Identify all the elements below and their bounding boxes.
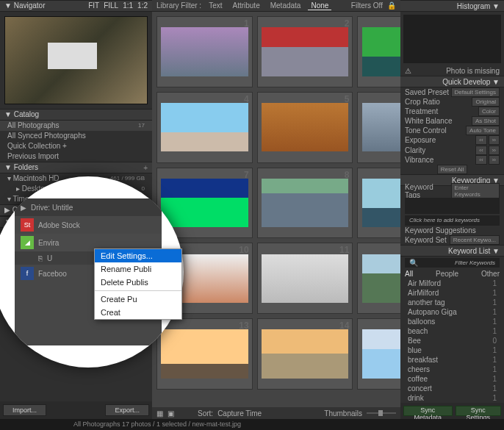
reset-all-button[interactable]: Reset All — [437, 165, 468, 174]
keyword-filter-input[interactable]: Filter Keywords — [455, 259, 495, 266]
treatment-button[interactable]: Color — [478, 107, 500, 116]
zoom-fit[interactable]: FIT — [88, 0, 99, 12]
catalog-item[interactable]: Previous Import — [0, 151, 152, 162]
menu-edit-settings[interactable]: Edit Settings... — [95, 249, 181, 262]
catalog-title: Catalog — [14, 109, 39, 121]
keyword-item[interactable]: blue1 — [400, 345, 504, 355]
keyword-item[interactable]: Bee0 — [400, 336, 504, 345]
navigator-header[interactable]: ▼ Navigator FIT FILL 1:1 1:2 — [0, 0, 152, 12]
thumbnail-cell[interactable]: 15 — [357, 318, 400, 390]
crop-ratio-button[interactable]: Original — [472, 97, 500, 107]
kw-tab-all[interactable]: All — [405, 270, 413, 278]
zoom-1-1[interactable]: 1:1 — [123, 0, 133, 12]
keyword-item[interactable]: cheers1 — [400, 365, 504, 374]
filters-off[interactable]: Filters Off — [351, 1, 383, 10]
catalog-item[interactable]: All Photographs17 — [0, 121, 152, 131]
keyword-tags-label: Keyword Tags — [405, 183, 451, 199]
thumbnail-cell[interactable]: 2 — [257, 16, 353, 87]
catalog-header[interactable]: ▼ Catalog — [0, 109, 152, 121]
exposure-minus[interactable]: ‹‹ — [475, 135, 486, 145]
keyword-textarea[interactable] — [405, 198, 500, 215]
clarity-minus[interactable]: ‹‹ — [475, 146, 486, 155]
navigator-preview[interactable] — [4, 16, 148, 104]
keyword-suggestions-label: Keyword Suggestions — [405, 226, 476, 234]
keywordlist-header[interactable]: Keyword List ▼ — [400, 245, 504, 257]
catalog-item[interactable]: Quick Collection + — [0, 141, 152, 151]
export-button[interactable]: Export... — [105, 404, 149, 416]
quickdev-header[interactable]: Quick Develop ▼ — [400, 76, 504, 87]
zoom-fill[interactable]: FILL — [104, 0, 118, 12]
exposure-label: Exposure — [405, 136, 436, 144]
menu-create-1[interactable]: Create Pu — [95, 293, 181, 306]
chevron-right-icon: ▶ — [21, 204, 26, 212]
chevron-down-icon: ▼ — [492, 78, 500, 86]
folders-header[interactable]: ▼ Folders + — [0, 162, 152, 173]
thumbnail-cell[interactable]: 13 — [156, 318, 253, 390]
import-button[interactable]: Import... — [3, 404, 46, 416]
keyword-item[interactable]: Autopano Giga1 — [400, 307, 504, 317]
facebook-label: Faceboo — [38, 270, 67, 278]
clarity-plus[interactable]: ›› — [489, 146, 500, 155]
quickdev-title: Quick Develop — [442, 78, 490, 86]
sync-settings-button[interactable]: Sync Settings — [456, 406, 501, 416]
thumbnail-cell[interactable]: 6 — [357, 92, 400, 163]
thumbnail-cell[interactable]: 8 — [257, 168, 353, 239]
saved-preset-button[interactable]: Default Settings — [451, 87, 500, 97]
keyword-item[interactable]: AirMilford1 — [400, 288, 504, 298]
thumbnail-grid[interactable]: 123456789101112131415 — [152, 12, 400, 394]
histogram-title: Histogram — [457, 2, 491, 10]
wb-button[interactable]: As Shot — [472, 116, 500, 126]
envira-sub-label: U — [47, 254, 52, 262]
exposure-plus[interactable]: ›› — [489, 135, 500, 145]
keyword-tags-button[interactable]: Enter Keywords — [451, 183, 500, 199]
catalog-item[interactable]: All Synced Photographs — [0, 131, 152, 141]
auto-tone-button[interactable]: Auto Tone — [466, 126, 500, 135]
lock-icon[interactable]: 🔒 — [387, 1, 396, 10]
thumbnail-cell[interactable]: 9 — [357, 168, 400, 239]
keyword-set-button[interactable]: Recent Keywo... — [450, 235, 500, 245]
adobe-stock-label: Adobe Stock — [38, 221, 80, 229]
histogram-header[interactable]: Histogram ▼ — [400, 0, 504, 12]
keyword-item[interactable]: concert1 — [400, 384, 504, 393]
vibrance-plus[interactable]: ›› — [489, 155, 500, 165]
menu-separator — [95, 290, 181, 291]
filter-tab-text[interactable]: Text — [206, 1, 225, 10]
filter-tab-attribute[interactable]: Attribute — [229, 1, 262, 10]
thumbnail-cell[interactable]: 4 — [156, 92, 253, 163]
sync-metadata-button[interactable]: Sync Metadata — [403, 406, 453, 416]
thumbnail-cell[interactable]: 12 — [357, 243, 400, 314]
vibrance-minus[interactable]: ‹‹ — [475, 155, 486, 165]
keyword-add-input[interactable]: Click here to add keywords — [409, 217, 480, 223]
filter-tab-none[interactable]: None — [308, 1, 331, 10]
keyword-item[interactable]: Air Milford1 — [400, 279, 504, 288]
keyword-item[interactable]: another tag1 — [400, 298, 504, 307]
keyword-item[interactable]: breakfast1 — [400, 355, 504, 365]
thumbnail-cell[interactable]: 5 — [257, 92, 353, 163]
menu-rename-publish[interactable]: Rename Publi — [95, 262, 181, 276]
kw-tab-other[interactable]: Other — [481, 270, 500, 278]
thumb-size-slider[interactable] — [367, 412, 396, 414]
menu-create-2[interactable]: Creat — [95, 306, 181, 319]
status-bar: All Photographs 17 photos / 1 selected /… — [0, 419, 504, 430]
thumbnail-cell[interactable]: 14 — [257, 318, 353, 390]
grid-view-icon[interactable]: ▦ — [156, 409, 163, 418]
filter-tab-metadata[interactable]: Metadata — [267, 1, 304, 10]
histogram-area — [403, 15, 501, 63]
filter-label: Library Filter : — [156, 1, 201, 10]
keyword-item[interactable]: beach1 — [400, 326, 504, 336]
keyword-item[interactable]: balloons1 — [400, 317, 504, 326]
publish-adobe-stock[interactable]: St Adobe Stock — [15, 216, 162, 234]
keyword-item[interactable]: drink1 — [400, 393, 504, 403]
thumbnail-cell[interactable]: 11 — [257, 243, 353, 314]
menu-delete-publish[interactable]: Delete Publis — [95, 276, 181, 289]
keyword-item[interactable]: coffee1 — [400, 374, 504, 384]
sort-value[interactable]: Capture Time — [217, 409, 262, 418]
publish-hard-drive[interactable]: ▶ Drive: Untitle — [15, 198, 162, 216]
zoom-1-2[interactable]: 1:2 — [137, 0, 148, 12]
drive-label: Drive: Untitle — [31, 204, 73, 212]
thumbnail-cell[interactable]: 3 — [357, 16, 400, 87]
thumbnail-cell[interactable]: 1 — [156, 16, 253, 87]
kw-tab-people[interactable]: People — [436, 270, 458, 278]
loupe-view-icon[interactable]: ▣ — [168, 409, 174, 418]
navigator-title: Navigator — [14, 0, 46, 12]
